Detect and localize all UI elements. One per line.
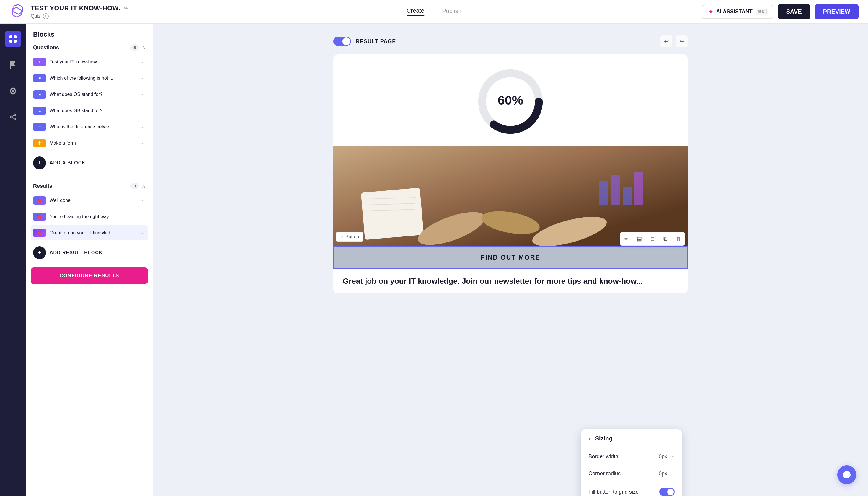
edit-title-icon[interactable]: ✏ — [124, 5, 128, 12]
questions-list: T Test your IT know-how ··· ≡ Which of t… — [31, 54, 148, 151]
redo-button[interactable]: ↪ — [676, 35, 687, 47]
app-logo[interactable] — [10, 3, 27, 21]
question-item-1[interactable]: T Test your IT know-how ··· — [31, 54, 148, 69]
questions-section-header: Questions 6 ∧ — [31, 44, 148, 51]
question-text-5: What is the difference betwe... — [50, 124, 132, 129]
donut-chart-container: 60% — [333, 54, 687, 146]
sizing-title: Sizing — [595, 435, 613, 442]
toolbar-duplicate-button[interactable]: ⧉ — [659, 232, 672, 245]
svg-rect-4 — [10, 40, 12, 43]
add-result-button[interactable]: + ADD RESULT BLOCK — [31, 243, 148, 263]
question-item-3[interactable]: ≡ What does OS stand for? ··· — [31, 87, 148, 102]
result-text-area: Great job on your IT knowledge. Join our… — [333, 269, 687, 293]
result-icon-1: 🔖 — [33, 196, 46, 205]
question-icon-1: T — [33, 58, 46, 66]
main-layout: Blocks Questions 6 ∧ T Test your IT know… — [0, 24, 868, 496]
question-item-6[interactable]: ✚ Make a form ··· — [31, 136, 148, 151]
find-out-more-button[interactable]: FIND OUT MORE — [333, 246, 687, 269]
divider — [31, 178, 148, 178]
result-card: 60% — [333, 54, 687, 293]
results-collapse-icon[interactable]: ∧ — [142, 183, 145, 189]
result-item-1[interactable]: 🔖 Well done! ··· — [31, 193, 148, 208]
nav-center-tabs: Create Publish — [406, 7, 462, 16]
chat-fab-button[interactable] — [837, 465, 856, 484]
canvas-area: RESULT PAGE ↩ ↪ 60% — [153, 24, 868, 496]
toolbar-delete-button[interactable]: 🗑 — [672, 232, 685, 245]
border-width-value: 0px — [659, 453, 667, 460]
question-more-3[interactable]: ··· — [136, 90, 145, 99]
fill-button-toggle[interactable] — [659, 488, 675, 496]
results-count: 3 — [130, 183, 139, 189]
ai-label: AI ASSISTANT — [716, 9, 753, 15]
share-icon-button[interactable] — [5, 109, 21, 125]
svg-rect-23 — [599, 181, 608, 205]
ai-assistant-button[interactable]: ✦ AI ASSISTANT ⌘K — [702, 5, 773, 19]
question-text-6: Make a form — [50, 141, 132, 146]
question-item-2[interactable]: ≡ Which of the following is not ... ··· — [31, 71, 148, 86]
question-item-5[interactable]: ≡ What is the difference betwe... ··· — [31, 119, 148, 134]
result-item-3[interactable]: 🔖 Great job on your IT knowled... ··· — [31, 225, 148, 240]
result-text-3: Great job on your IT knowled... — [50, 230, 132, 236]
add-block-button[interactable]: + ADD A BLOCK — [31, 153, 148, 173]
configure-results-button[interactable]: CONFIGURE RESULTS — [31, 267, 148, 284]
border-width-more[interactable]: ··· — [670, 453, 675, 460]
result-icon-2: 🔖 — [33, 213, 46, 221]
icon-bar — [0, 24, 26, 496]
subtitle-text: Quiz — [31, 14, 41, 19]
question-icon-3: ≡ — [33, 90, 46, 98]
result-more-1[interactable]: ··· — [136, 196, 145, 205]
info-icon[interactable]: i — [43, 13, 49, 19]
question-more-6[interactable]: ··· — [136, 138, 145, 148]
svg-rect-3 — [14, 35, 17, 38]
result-page-bar: RESULT PAGE ↩ ↪ — [333, 35, 687, 47]
question-more-5[interactable]: ··· — [136, 122, 145, 131]
toolbar-border-button[interactable]: □ — [646, 232, 659, 245]
toolbar-edit-button[interactable]: ✏ — [620, 232, 633, 245]
question-more-1[interactable]: ··· — [136, 57, 145, 66]
top-navigation: TEST YOUR IT KNOW-HOW. ✏ Quiz i Create P… — [0, 0, 868, 24]
result-page-label: RESULT PAGE — [356, 38, 396, 45]
sidebar-title: Blocks — [31, 31, 148, 38]
result-more-3[interactable]: ··· — [136, 228, 145, 237]
svg-rect-2 — [10, 35, 12, 38]
tab-create[interactable]: Create — [406, 7, 424, 16]
corner-radius-value-area: 0px ··· — [659, 470, 675, 477]
toolbar-fill-button[interactable]: ▤ — [633, 232, 646, 245]
grid-icon-button[interactable] — [5, 31, 21, 47]
undo-button[interactable]: ↩ — [661, 35, 672, 47]
border-width-row: Border width 0px ··· — [581, 448, 682, 465]
question-icon-2: ≡ — [33, 74, 46, 82]
preview-button[interactable]: PREVIEW — [815, 4, 858, 19]
svg-line-11 — [12, 118, 14, 119]
result-item-2[interactable]: 🔖 You're heading the right way. ··· — [31, 209, 148, 224]
question-text-3: What does OS stand for? — [50, 92, 132, 97]
corner-radius-label: Corner radius — [588, 470, 621, 477]
svg-line-12 — [12, 115, 14, 117]
border-width-label: Border width — [588, 453, 618, 460]
questions-collapse-icon[interactable]: ∧ — [142, 44, 145, 51]
add-result-label: ADD RESULT BLOCK — [50, 250, 103, 255]
svg-point-7 — [12, 90, 14, 92]
result-more-2[interactable]: ··· — [136, 212, 145, 221]
corner-radius-more[interactable]: ··· — [670, 470, 675, 477]
sizing-header: ‹ Sizing — [581, 429, 682, 448]
question-text-1: Test your IT know-how — [50, 59, 132, 65]
flag-icon-button[interactable] — [5, 57, 21, 73]
question-more-4[interactable]: ··· — [136, 106, 145, 115]
result-image-svg — [333, 146, 687, 246]
tab-publish[interactable]: Publish — [442, 8, 462, 16]
settings-icon-button[interactable] — [5, 83, 21, 99]
sidebar: Blocks Questions 6 ∧ T Test your IT know… — [26, 24, 153, 496]
result-icon-3: 🔖 — [33, 229, 46, 237]
save-button[interactable]: SAVE — [778, 4, 810, 19]
question-item-4[interactable]: ≡ What does GB stand for? ··· — [31, 103, 148, 118]
result-text-2: You're heading the right way. — [50, 214, 132, 219]
border-width-value-area: 0px ··· — [659, 453, 675, 460]
sizing-back-button[interactable]: ‹ — [588, 435, 590, 442]
corner-radius-row: Corner radius 0px ··· — [581, 465, 682, 482]
svg-rect-26 — [634, 172, 643, 205]
button-label-tag: ⠿ Button — [336, 232, 363, 242]
result-page-toggle[interactable] — [333, 36, 351, 46]
nav-right-actions: ✦ AI ASSISTANT ⌘K SAVE PREVIEW — [702, 4, 858, 19]
question-more-2[interactable]: ··· — [136, 74, 145, 83]
